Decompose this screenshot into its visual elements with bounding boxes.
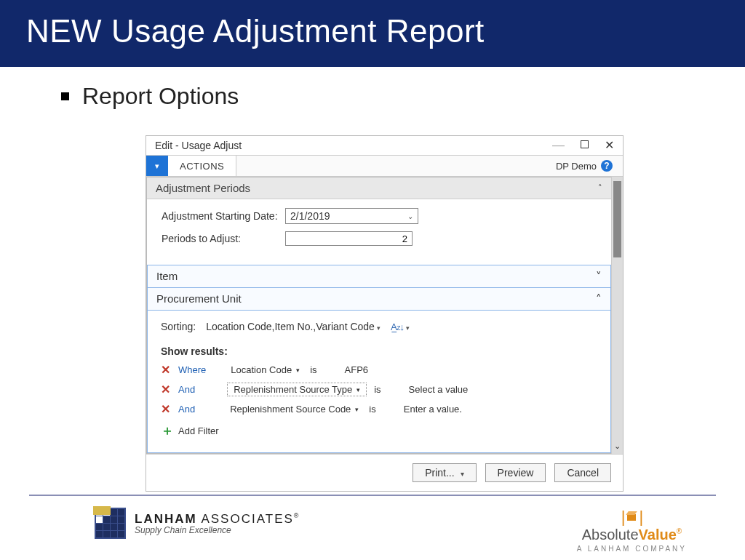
- lanham-name: LANHAM ASSOCIATES®: [135, 512, 300, 527]
- add-filter-row[interactable]: ＋ Add Filter: [161, 422, 597, 439]
- minimize-button[interactable]: —: [552, 138, 565, 153]
- bullet-row: Report Options: [61, 83, 745, 110]
- filter-value[interactable]: AFP6: [345, 364, 369, 375]
- vertical-scrollbar[interactable]: ⌄: [611, 177, 623, 454]
- window-content: ⌄ Adjustment Periods ˄ Adjustment Starti…: [146, 177, 623, 454]
- section-item-title: Item: [156, 270, 178, 283]
- window-footer: Print...▾ Preview Cancel: [146, 454, 623, 491]
- sorting-label: Sorting:: [161, 321, 196, 332]
- filter-field-selector[interactable]: Replenishment Source Code▾: [227, 403, 362, 415]
- filter-value-hint[interactable]: Select a value: [409, 384, 469, 395]
- section-procurement-unit-body: Sorting: Location Code,Item No.,Variant …: [147, 311, 611, 453]
- scrollbar-thumb[interactable]: [613, 181, 621, 257]
- chevron-down-icon: ⌄: [407, 212, 418, 220]
- preview-button[interactable]: Preview: [485, 463, 546, 482]
- maximize-button[interactable]: [581, 138, 589, 153]
- sorting-value[interactable]: Location Code,Item No.,Variant Code▾: [206, 321, 381, 332]
- ribbon-toolbar: ▾ ACTIONS DP Demo ?: [146, 155, 623, 177]
- absolute-value-logo: | | AbsoluteValue® A LANHAM COMPANY: [577, 508, 687, 553]
- section-adjustment-periods-body: Adjustment Starting Date: 2/1/2019 ⌄ Per…: [147, 199, 611, 265]
- filter-field-selector[interactable]: Replenishment Source Type▾: [227, 383, 367, 396]
- lanham-logo: LANHAM ASSOCIATES® Supply Chain Excellen…: [95, 508, 300, 539]
- lanham-tagline: Supply Chain Excellence: [135, 525, 300, 535]
- remove-filter-icon[interactable]: ✕: [161, 363, 171, 377]
- section-procurement-unit-title: Procurement Unit: [156, 292, 242, 305]
- absolute-value-tagline: A LANHAM COMPANY: [577, 545, 687, 553]
- label-periods-to-adjust: Periods to Adjust:: [162, 233, 285, 244]
- filter-row: ✕ And Replenishment Source Code▾ is Ente…: [161, 402, 597, 416]
- section-adjustment-periods-header[interactable]: Adjustment Periods ˄: [147, 177, 611, 199]
- filter-conjunction[interactable]: And: [178, 404, 195, 415]
- window-titlebar: Edit - Usage Adjust — ✕: [146, 136, 623, 155]
- slide-footer: LANHAM ASSOCIATES® Supply Chain Excellen…: [29, 495, 716, 553]
- chevron-down-icon: ˅: [596, 270, 602, 283]
- tab-actions[interactable]: ACTIONS: [168, 156, 236, 176]
- bullet-text: Report Options: [82, 83, 239, 110]
- context-label: DP Demo: [556, 161, 597, 172]
- ribbon-dropdown[interactable]: ▾: [146, 156, 168, 176]
- add-filter-label: Add Filter: [178, 425, 219, 436]
- chevron-down-icon: ▾: [355, 406, 359, 413]
- slide-title-band: NEW Usage Adjustment Report: [0, 0, 745, 67]
- report-options-window: Edit - Usage Adjust — ✕ ▾ ACTIONS DP Dem…: [146, 135, 624, 492]
- filter-field-selector[interactable]: Location Code▾: [228, 364, 303, 376]
- lanham-logo-mark: [95, 508, 126, 539]
- chevron-up-icon: ˄: [598, 183, 602, 193]
- label-adjustment-starting-date: Adjustment Starting Date:: [162, 210, 285, 222]
- periods-to-adjust-field[interactable]: [285, 231, 413, 246]
- chevron-down-icon: ▾: [377, 324, 381, 332]
- cube-icon: [626, 511, 637, 523]
- print-button[interactable]: Print...▾: [413, 463, 476, 482]
- chevron-up-icon: ˄: [596, 292, 602, 305]
- help-icon[interactable]: ?: [601, 160, 613, 172]
- filter-conjunction[interactable]: Where: [178, 364, 206, 375]
- chevron-down-icon: ▾: [296, 367, 300, 374]
- filter-row: ✕ Where Location Code▾ is AFP6: [161, 363, 597, 377]
- filter-operator: is: [310, 364, 316, 375]
- remove-filter-icon[interactable]: ✕: [161, 402, 171, 416]
- filter-operator: is: [374, 384, 381, 395]
- close-button[interactable]: ✕: [605, 138, 614, 153]
- scrollbar-down-icon[interactable]: ⌄: [612, 441, 623, 451]
- adjustment-starting-date-value: 2/1/2019: [290, 210, 330, 222]
- filter-conjunction[interactable]: And: [178, 384, 195, 395]
- section-item-header[interactable]: Item ˅: [147, 265, 611, 288]
- add-filter-icon: ＋: [161, 422, 171, 439]
- sort-az-icon[interactable]: A̲Z↓▾: [391, 321, 409, 332]
- absolute-value-name: AbsoluteValue®: [577, 527, 687, 543]
- section-adjustment-periods-title: Adjustment Periods: [156, 182, 250, 194]
- window-title: Edit - Usage Adjust: [155, 140, 242, 151]
- slide-title: NEW Usage Adjustment Report: [26, 13, 719, 49]
- filter-value-hint[interactable]: Enter a value.: [404, 404, 462, 415]
- filter-row: ✕ And Replenishment Source Type▾ is Sele…: [161, 383, 597, 396]
- cancel-button[interactable]: Cancel: [554, 463, 611, 482]
- chevron-down-icon: ▾: [461, 470, 464, 478]
- remove-filter-icon[interactable]: ✕: [161, 383, 171, 396]
- absolute-value-mark: | |: [577, 508, 687, 527]
- bullet-square-icon: [61, 92, 69, 100]
- adjustment-starting-date-field[interactable]: 2/1/2019 ⌄: [285, 208, 418, 224]
- show-results-label: Show results:: [161, 345, 597, 357]
- section-procurement-unit-header[interactable]: Procurement Unit ˄: [147, 288, 611, 311]
- filter-operator: is: [369, 404, 375, 415]
- chevron-down-icon: ▾: [356, 386, 360, 393]
